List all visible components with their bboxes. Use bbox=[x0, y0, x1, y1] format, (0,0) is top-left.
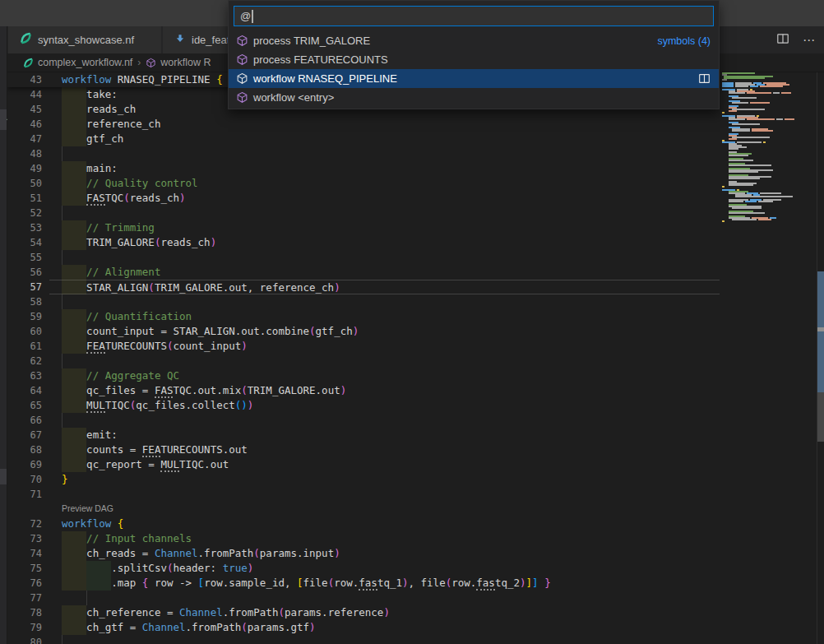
code-line[interactable]: 62 bbox=[7, 354, 720, 368]
code-line[interactable]: 49 main: bbox=[7, 161, 720, 176]
code-line[interactable]: 65 MULTIQC(qc_files.collect()) bbox=[7, 398, 720, 413]
line-number[interactable]: 78 bbox=[7, 605, 49, 620]
code-editor[interactable]: 43workflow RNASEQ_PIPELINE {44 take:45 r… bbox=[7, 72, 824, 644]
line-number[interactable]: 61 bbox=[7, 339, 49, 354]
code-line[interactable]: 64 qc_files = FASTQC.out.mix(TRIM_GALORE… bbox=[7, 383, 720, 398]
quick-input-field[interactable]: @ bbox=[234, 6, 714, 26]
quick-pick-item[interactable]: process TRIM_GALOREsymbols (4) bbox=[229, 31, 719, 50]
code-text bbox=[49, 413, 720, 428]
line-number[interactable]: 66 bbox=[7, 413, 49, 428]
code-line[interactable]: 55 bbox=[7, 250, 720, 265]
line-number[interactable]: 63 bbox=[7, 368, 49, 383]
split-editor-button[interactable] bbox=[776, 32, 789, 49]
code-line[interactable]: 69 qc_report = MULTIQC.out bbox=[7, 457, 720, 472]
line-number[interactable]: 72 bbox=[7, 517, 49, 531]
split-editor-button[interactable] bbox=[698, 72, 711, 85]
code-line[interactable]: 48 bbox=[7, 146, 720, 161]
quick-pick-item[interactable]: process FEATURECOUNTS bbox=[229, 50, 719, 69]
line-number[interactable]: 77 bbox=[7, 591, 49, 605]
quick-pick-item[interactable]: workflow <entry> bbox=[229, 88, 719, 107]
line-number[interactable]: 74 bbox=[7, 546, 49, 561]
code-line[interactable]: 75 .splitCsv(header: true) bbox=[7, 561, 720, 576]
line-number[interactable]: 43 bbox=[7, 72, 49, 87]
code-line[interactable]: 52 bbox=[7, 206, 720, 220]
code-line[interactable]: 70} bbox=[7, 472, 720, 487]
scrollbar-track[interactable] bbox=[817, 72, 824, 644]
line-number[interactable]: 46 bbox=[7, 117, 49, 132]
code-line[interactable]: 74 ch_reads = Channel.fromPath(params.in… bbox=[7, 546, 720, 561]
code-line[interactable]: 77 bbox=[7, 591, 720, 605]
breadcrumb-file[interactable]: complex_workflow.nf bbox=[38, 57, 132, 68]
code-line[interactable]: 51 FASTQC(reads_ch) bbox=[7, 191, 720, 206]
code-line[interactable]: 61 FEATURECOUNTS(count_input) bbox=[7, 339, 720, 354]
line-number[interactable]: 54 bbox=[7, 235, 49, 250]
line-number[interactable]: 76 bbox=[7, 576, 49, 591]
line-number[interactable]: 57 bbox=[7, 280, 49, 294]
breadcrumb-symbol[interactable]: workflow R bbox=[160, 57, 211, 68]
code-line[interactable]: 53 // Trimming bbox=[7, 220, 720, 235]
code-line[interactable]: 60 count_input = STAR_ALIGN.out.combine(… bbox=[7, 324, 720, 339]
line-number[interactable]: 60 bbox=[7, 324, 49, 339]
code-line[interactable]: 46 reference_ch bbox=[7, 117, 720, 132]
line-number[interactable]: 70 bbox=[7, 472, 49, 487]
code-line[interactable]: 56 // Alignment bbox=[7, 265, 720, 280]
line-number[interactable]: 58 bbox=[7, 294, 49, 309]
code-text: emit: bbox=[49, 428, 720, 442]
code-text: // Trimming bbox=[49, 220, 720, 235]
code-line[interactable]: 58 bbox=[7, 294, 720, 309]
line-number[interactable]: 67 bbox=[7, 428, 49, 442]
minimap[interactable] bbox=[720, 72, 817, 644]
more-actions-button[interactable]: ⋯ bbox=[803, 36, 816, 44]
code-line[interactable]: 79 ch_gtf = Channel.fromPath(params.gtf) bbox=[7, 620, 720, 635]
code-text bbox=[49, 146, 720, 161]
line-number[interactable]: 80 bbox=[7, 635, 49, 644]
line-number[interactable]: 49 bbox=[7, 161, 49, 176]
line-number[interactable]: 47 bbox=[7, 132, 49, 146]
code-line[interactable]: 73 // Input channels bbox=[7, 531, 720, 546]
code-line[interactable]: 57 STAR_ALIGN(TRIM_GALORE.out, reference… bbox=[7, 280, 720, 294]
codelens-preview-dag[interactable]: Preview DAG bbox=[62, 502, 308, 517]
line-number[interactable]: 48 bbox=[7, 146, 49, 161]
line-number[interactable]: 69 bbox=[7, 457, 49, 472]
code-line[interactable]: 50 // Quality control bbox=[7, 176, 720, 191]
line-number[interactable]: 44 bbox=[7, 87, 49, 102]
line-number[interactable]: 55 bbox=[7, 250, 49, 265]
code-line[interactable]: 59 // Quantification bbox=[7, 309, 720, 324]
code-line[interactable]: 67 emit: bbox=[7, 428, 720, 442]
line-number[interactable]: 68 bbox=[7, 442, 49, 457]
line-number[interactable]: 62 bbox=[7, 354, 49, 368]
code-text bbox=[49, 250, 720, 265]
code-line[interactable]: 80 bbox=[7, 635, 720, 644]
line-number[interactable]: 64 bbox=[7, 383, 49, 398]
scrollbar-range-decoration bbox=[817, 271, 824, 392]
code-line[interactable]: 72workflow { bbox=[7, 517, 720, 531]
code-line[interactable]: 54 TRIM_GALORE(reads_ch) bbox=[7, 235, 720, 250]
line-number[interactable]: 53 bbox=[7, 220, 49, 235]
line-number[interactable]: 79 bbox=[7, 620, 49, 635]
line-number[interactable]: 73 bbox=[7, 531, 49, 546]
code-text: workflow { bbox=[49, 517, 720, 531]
code-line[interactable]: 78 ch_reference = Channel.fromPath(param… bbox=[7, 605, 720, 620]
line-number[interactable]: 51 bbox=[7, 191, 49, 206]
line-number[interactable]: 56 bbox=[7, 265, 49, 280]
line-number[interactable]: 71 bbox=[7, 487, 49, 502]
code-text: count_input = STAR_ALIGN.out.combine(gtf… bbox=[49, 324, 720, 339]
left-rail[interactable]: ⋯ bbox=[0, 26, 7, 644]
line-number[interactable]: 65 bbox=[7, 398, 49, 413]
code-text: } bbox=[49, 472, 720, 487]
code-line[interactable]: 47 gtf_ch bbox=[7, 132, 720, 146]
quick-pick-item[interactable]: workflow RNASEQ_PIPELINE bbox=[229, 69, 719, 88]
code-line[interactable]: 76 .map { row -> [row.sample_id, [file(r… bbox=[7, 576, 720, 591]
code-line[interactable]: 66 bbox=[7, 413, 720, 428]
scrollbar-thumb[interactable] bbox=[817, 392, 824, 442]
code-line[interactable]: 63 // Aggregate QC bbox=[7, 368, 720, 383]
line-number[interactable]: 75 bbox=[7, 561, 49, 576]
line-number[interactable]: 45 bbox=[7, 102, 49, 117]
line-number[interactable]: 52 bbox=[7, 206, 49, 220]
code-line[interactable]: 71 bbox=[7, 487, 720, 502]
code-line[interactable]: 68 counts = FEATURECOUNTS.out bbox=[7, 442, 720, 457]
tab-actions: ⋯ bbox=[776, 26, 816, 53]
line-number[interactable]: 59 bbox=[7, 309, 49, 324]
line-number[interactable]: 50 bbox=[7, 176, 49, 191]
tab-syntax-showcase[interactable]: syntax_showcase.nf bbox=[8, 26, 161, 53]
